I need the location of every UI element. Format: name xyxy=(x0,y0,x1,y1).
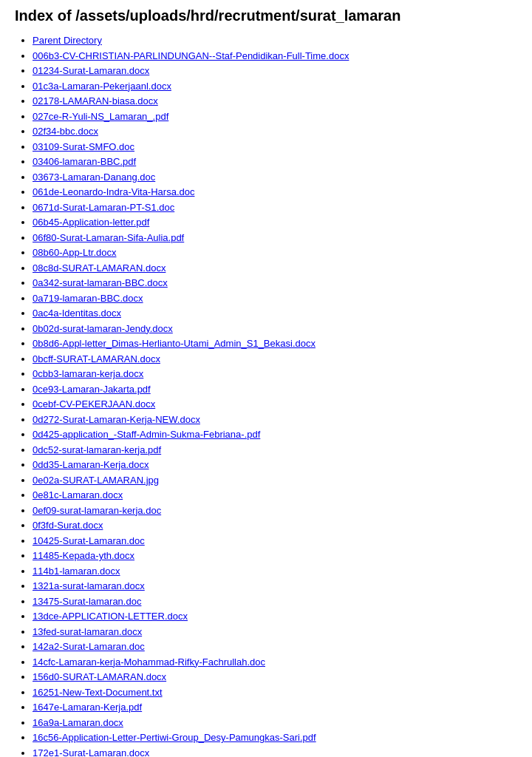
list-item: 061de-Leonardo-Indra-Vita-Harsa.doc xyxy=(33,185,517,200)
list-item: 0dd35-Lamaran-Kerja.docx xyxy=(33,458,517,472)
file-link[interactable]: 03406-lamaran-BBC.pdf xyxy=(33,156,136,167)
file-link[interactable]: 08c8d-SURAT-LAMARAN.docx xyxy=(33,262,166,274)
file-link[interactable]: 0a719-lamaran-BBC.docx xyxy=(33,293,143,304)
list-item: 0d272-Surat-Lamaran-Kerja-NEW.docx xyxy=(33,413,517,427)
file-link[interactable]: 08b60-App-Ltr.docx xyxy=(33,247,116,258)
file-link[interactable]: 1647e-Lamaran-Kerja.pdf xyxy=(33,702,142,713)
file-link[interactable]: 16251-New-Text-Document.txt xyxy=(33,687,163,698)
list-item: 0b8d6-Appl-letter_Dimas-Herlianto-Utami_… xyxy=(33,336,517,351)
file-link[interactable]: 0671d-Surat-Lamaran-PT-S1.doc xyxy=(33,202,174,213)
list-item: 08b60-App-Ltr.docx xyxy=(33,245,517,260)
file-link[interactable]: 0b02d-surat-lamaran-Jendy.docx xyxy=(33,323,173,334)
list-item: 16251-New-Text-Document.txt xyxy=(33,685,517,700)
file-link[interactable]: 13475-Surat-lamaran.doc xyxy=(33,596,141,607)
list-item: 0a342-surat-lamaran-BBC.docx xyxy=(33,276,517,291)
file-link[interactable]: 11485-Kepada-yth.docx xyxy=(33,550,134,561)
file-link[interactable]: 0dc52-surat-lamaran-kerja.pdf xyxy=(33,444,161,455)
list-item: 0f3fd-Surat.docx xyxy=(33,518,517,533)
file-link[interactable]: 142a2-Surat-Lamaran.doc xyxy=(33,641,145,652)
file-link[interactable]: 0f3fd-Surat.docx xyxy=(33,520,103,531)
list-item: 142a2-Surat-Lamaran.doc xyxy=(33,639,517,654)
list-item: 01c3a-Lamaran-Pekerjaanl.docx xyxy=(33,79,517,94)
list-item: 06f80-Surat-Lamaran-Sifa-Aulia.pdf xyxy=(33,231,517,245)
file-link[interactable]: 0d272-Surat-Lamaran-Kerja-NEW.docx xyxy=(33,414,200,425)
file-link[interactable]: 0b8d6-Appl-letter_Dimas-Herlianto-Utami_… xyxy=(33,338,316,349)
file-link[interactable]: 006b3-CV-CHRISTIAN-PARLINDUNGAN--Staf-Pe… xyxy=(33,50,349,61)
file-link[interactable]: 0bcff-SURAT-LAMARAN.docx xyxy=(33,353,160,364)
file-link[interactable]: 06b45-Application-letter.pdf xyxy=(33,217,149,228)
list-item: 0d425-application_-Staff-Admin-Sukma-Feb… xyxy=(33,427,517,442)
file-link[interactable]: 0d425-application_-Staff-Admin-Sukma-Feb… xyxy=(33,429,260,440)
file-link[interactable]: 16c56-Application-Letter-Pertiwi-Group_D… xyxy=(33,732,316,743)
list-item: 114b1-lamaran.docx xyxy=(33,564,517,579)
parent-directory-link[interactable]: Parent Directory xyxy=(33,35,102,46)
file-link[interactable]: 14cfc-Lamaran-kerja-Mohammad-Rifky-Fachr… xyxy=(33,656,265,668)
list-item: 03673-Lamaran-Danang.doc xyxy=(33,170,517,185)
list-item: 13fed-surat-lamaran.docx xyxy=(33,625,517,639)
list-item: 14cfc-Lamaran-kerja-Mohammad-Rifky-Fachr… xyxy=(33,655,517,670)
list-item: 1321a-surat-lamaran.docx xyxy=(33,579,517,594)
list-item: 156d0-SURAT-LAMARAN.docx xyxy=(33,670,517,685)
list-item: 0a719-lamaran-BBC.docx xyxy=(33,291,517,306)
file-link[interactable]: 061de-Leonardo-Indra-Vita-Harsa.doc xyxy=(33,186,194,197)
list-item: 0e81c-Lamaran.docx xyxy=(33,488,517,503)
list-item: 13475-Surat-lamaran.doc xyxy=(33,594,517,609)
file-link[interactable]: 02178-LAMARAN-biasa.docx xyxy=(33,95,158,106)
file-link[interactable]: 0ef09-surat-lamaran-kerja.doc xyxy=(33,505,161,516)
list-item: 0ce93-Lamaran-Jakarta.pdf xyxy=(33,382,517,397)
file-link[interactable]: 0ac4a-Identitas.docx xyxy=(33,308,121,319)
list-item: 0cebf-CV-PEKERJAAN.docx xyxy=(33,397,517,412)
file-link[interactable]: 0ce93-Lamaran-Jakarta.pdf xyxy=(33,384,151,395)
file-link[interactable]: 13fed-surat-lamaran.docx xyxy=(33,626,142,637)
list-item: 16c56-Application-Letter-Pertiwi-Group_D… xyxy=(33,730,517,745)
file-link[interactable]: 114b1-lamaran.docx xyxy=(33,566,120,577)
list-item: 02f34-bbc.docx xyxy=(33,124,517,139)
list-item: 006b3-CV-CHRISTIAN-PARLINDUNGAN--Staf-Pe… xyxy=(33,49,517,64)
list-item: 0671d-Surat-Lamaran-PT-S1.doc xyxy=(33,200,517,215)
list-item: 02178-LAMARAN-biasa.docx xyxy=(33,94,517,109)
list-item: 16a9a-Lamaran.docx xyxy=(33,716,517,730)
file-link[interactable]: 156d0-SURAT-LAMARAN.docx xyxy=(33,671,166,682)
list-item: 0b02d-surat-lamaran-Jendy.docx xyxy=(33,322,517,336)
file-link[interactable]: 01234-Surat-Lamaran.docx xyxy=(33,65,149,76)
list-item: 0ef09-surat-lamaran-kerja.doc xyxy=(33,503,517,518)
file-link[interactable]: 13dce-APPLICATION-LETTER.docx xyxy=(33,611,188,622)
file-link[interactable]: 03673-Lamaran-Danang.doc xyxy=(33,172,155,183)
list-item: 0e02a-SURAT-LAMARAN.jpg xyxy=(33,473,517,488)
list-item: 10425-Surat-Lamaran.doc xyxy=(33,534,517,549)
list-item: 13dce-APPLICATION-LETTER.docx xyxy=(33,609,517,624)
list-item: 06b45-Application-letter.pdf xyxy=(33,215,517,230)
file-link[interactable]: 1321a-surat-lamaran.docx xyxy=(33,580,145,591)
file-link[interactable]: 16a9a-Lamaran.docx xyxy=(33,717,123,728)
list-item: 0cbb3-lamaran-kerja.docx xyxy=(33,367,517,381)
file-list: Parent Directory006b3-CV-CHRISTIAN-PARLI… xyxy=(15,33,517,757)
file-link[interactable]: 0dd35-Lamaran-Kerja.docx xyxy=(33,459,149,470)
file-link[interactable]: 0e81c-Lamaran.docx xyxy=(33,489,123,500)
file-link[interactable]: 02f34-bbc.docx xyxy=(33,126,98,137)
list-item: Parent Directory xyxy=(33,33,517,48)
file-link[interactable]: 06f80-Surat-Lamaran-Sifa-Aulia.pdf xyxy=(33,232,184,243)
file-link[interactable]: 10425-Surat-Lamaran.doc xyxy=(33,535,145,546)
list-item: 027ce-R-Yuli-NS_Lamaran_.pdf xyxy=(33,109,517,124)
file-link[interactable]: 01c3a-Lamaran-Pekerjaanl.docx xyxy=(33,81,171,92)
list-item: 0ac4a-Identitas.docx xyxy=(33,306,517,321)
list-item: 172e1-Surat-Lamaran.docx xyxy=(33,746,517,758)
list-item: 1647e-Lamaran-Kerja.pdf xyxy=(33,700,517,715)
list-item: 03406-lamaran-BBC.pdf xyxy=(33,155,517,169)
file-link[interactable]: 0cebf-CV-PEKERJAAN.docx xyxy=(33,398,155,410)
list-item: 01234-Surat-Lamaran.docx xyxy=(33,64,517,78)
list-item: 11485-Kepada-yth.docx xyxy=(33,549,517,563)
list-item: 03109-Surat-SMFO.doc xyxy=(33,140,517,155)
file-link[interactable]: 0cbb3-lamaran-kerja.docx xyxy=(33,368,143,379)
page-title: Index of /assets/uploads/hrd/recrutment/… xyxy=(15,7,517,24)
file-link[interactable]: 0a342-surat-lamaran-BBC.docx xyxy=(33,277,168,288)
file-link[interactable]: 027ce-R-Yuli-NS_Lamaran_.pdf xyxy=(33,111,168,122)
list-item: 0bcff-SURAT-LAMARAN.docx xyxy=(33,352,517,367)
file-link[interactable]: 172e1-Surat-Lamaran.docx xyxy=(33,747,149,758)
list-item: 08c8d-SURAT-LAMARAN.docx xyxy=(33,261,517,276)
file-link[interactable]: 0e02a-SURAT-LAMARAN.jpg xyxy=(33,475,159,486)
file-link[interactable]: 03109-Surat-SMFO.doc xyxy=(33,141,134,152)
list-item: 0dc52-surat-lamaran-kerja.pdf xyxy=(33,443,517,458)
